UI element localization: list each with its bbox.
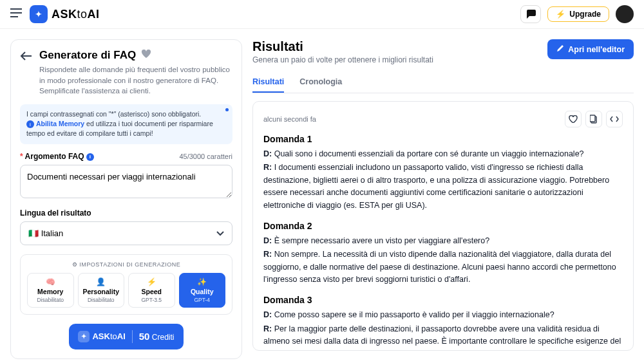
generation-settings: ⚙ IMPOSTAZIONI DI GENERAZIONE 🧠 Memory D… [20,254,232,315]
chevron-down-icon [216,228,224,238]
faq-question: D: È sempre necessario avere un visto pe… [263,235,623,247]
personality-option[interactable]: 👤 Personality Disabilitato [78,273,125,308]
faq-answer: R: Non sempre. La necessità di un visto … [263,248,623,286]
open-editor-button[interactable]: Apri nell'editor [547,39,634,59]
info-box: I campi contrassegnati con "*" (asterisc… [20,104,232,144]
result-timestamp: alcuni secondi fa [263,115,316,123]
bolt-icon: ⚡ [556,10,565,19]
bolt-icon: ⚡ [147,277,156,286]
faq-question: D: Quali sono i documenti essenziali da … [263,148,623,160]
brain-icon: 🧠 [46,277,55,286]
favorite-result-button[interactable] [565,111,582,127]
logo-badge-icon: ✦ [30,5,48,23]
faq-answer: R: I documenti essenziali includono un p… [263,162,623,212]
copy-result-button[interactable] [585,111,602,127]
language-label: Lingua del risultato [20,209,91,218]
info-icon: i [26,120,34,128]
info-icon[interactable]: i [86,153,94,161]
sparkle-icon: ✨ [197,277,207,286]
memory-option[interactable]: 🧠 Memory Disabilitato [27,273,74,308]
quality-option[interactable]: ✨ Quality GPT-4 [179,273,226,308]
logo-text: ASKtoAI [52,8,100,21]
topbar: ✦ ASKtoAI ⚡ Upgrade [0,0,644,29]
faq-title: Domanda 3 [263,295,623,305]
language-select[interactable]: 🇮🇹 Italian [20,221,232,245]
svg-rect-1 [590,115,595,122]
person-icon: 👤 [96,277,106,286]
topic-input[interactable] [20,165,232,198]
faq-title: Domanda 1 [263,134,623,144]
generator-panel: Generatore di FAQ Rispondete alle domand… [10,39,242,359]
faq-item: Domanda 1D: Quali sono i documenti essen… [263,134,623,212]
settings-title: ⚙ IMPOSTAZIONI DI GENERAZIONE [27,261,225,268]
pencil-icon [556,44,564,54]
avatar[interactable] [616,5,634,23]
menu-icon[interactable] [10,8,22,20]
enable-memory-link[interactable]: Abilita Memory [36,120,84,127]
chat-button[interactable] [520,5,541,23]
faq-item: Domanda 2D: È sempre necessario avere un… [263,221,623,286]
tab-history[interactable]: Cronologia [299,72,342,93]
topic-label: * Argomento FAQ i [20,152,94,161]
tabs: Risultati Cronologia [252,72,634,93]
faq-answer: R: Per la maggior parte delle destinazio… [263,323,623,351]
tab-results[interactable]: Risultati [252,72,284,93]
faq-question: D: Come posso sapere se il mio passaport… [263,309,623,321]
back-button[interactable] [20,51,32,63]
result-card: alcuni secondi fa Domanda 1D: Quali sono… [252,101,634,351]
logo[interactable]: ✦ ASKtoAI [30,5,100,23]
generate-button[interactable]: ✦ ASKtoAI 50 Crediti [69,324,183,349]
results-subtitle: Genera un paio di volte per ottenere i m… [252,55,433,64]
upgrade-button[interactable]: ⚡ Upgrade [547,6,609,22]
code-result-button[interactable] [606,111,623,127]
favorite-icon[interactable] [141,50,151,61]
faq-title: Domanda 2 [263,221,623,231]
page-description: Rispondete alle domande più frequenti de… [39,64,232,97]
results-title: Risultati [252,39,433,54]
faq-item: Domanda 3D: Come posso sapere se il mio … [263,295,623,351]
page-title: Generatore di FAQ [39,49,136,62]
char-count: 45/3000 caratteri [179,153,232,160]
logo-badge-icon: ✦ [78,331,90,342]
speed-option[interactable]: ⚡ Speed GPT-3.5 [128,273,175,308]
